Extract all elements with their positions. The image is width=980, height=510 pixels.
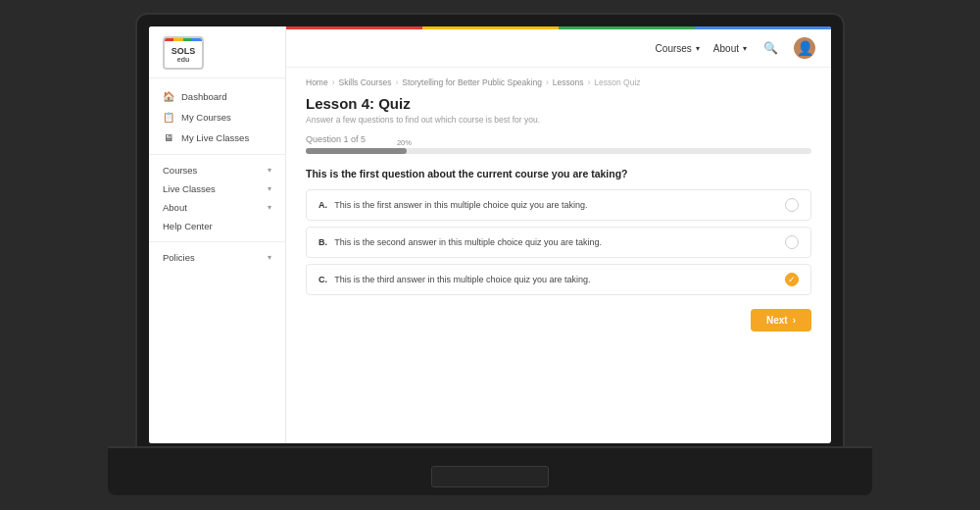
breadcrumb: Home › Skills Courses › Storytelling for… (306, 77, 811, 87)
answer-a-radio[interactable] (785, 198, 799, 212)
breadcrumb-home[interactable]: Home (306, 77, 328, 87)
answer-c-radio[interactable]: ✓ (785, 273, 799, 286)
breadcrumb-sep-4: › (587, 77, 590, 87)
sidebar-my-courses-label: My Courses (181, 112, 231, 123)
sidebar-divider-2 (149, 241, 285, 242)
answer-a-letter: A. (318, 200, 327, 210)
lesson-subtitle: Answer a few questions to find out which… (306, 115, 811, 125)
avatar-image: 👤 (797, 40, 813, 56)
next-button[interactable]: Next › (751, 309, 811, 332)
question-text: This is the first question about the cur… (306, 168, 811, 179)
content-body: Home › Skills Courses › Storytelling for… (286, 68, 831, 443)
breadcrumb-sep-1: › (332, 77, 335, 87)
screen-bezel: SOLS edu 🏠 Dashboard 📋 My Courses 🖥 (137, 15, 843, 451)
progress-bar-fill (306, 148, 407, 154)
logo-top-bar (165, 38, 202, 41)
about-chevron-icon: ▾ (743, 44, 747, 53)
answer-option-a[interactable]: A. This is the first answer in this mult… (306, 189, 811, 221)
sidebar-expandable-courses[interactable]: Courses ▾ (149, 161, 285, 179)
expandable-live-classes-label: Live Classes (163, 183, 216, 194)
answer-option-c[interactable]: C. This is the third answer in this mult… (306, 264, 811, 295)
answer-c-letter: C. (318, 275, 327, 284)
answer-option-b[interactable]: B. This is the second answer in this mul… (306, 227, 811, 258)
screen-content: SOLS edu 🏠 Dashboard 📋 My Courses 🖥 (149, 26, 831, 443)
about-nav-item[interactable]: About ▾ (713, 43, 747, 54)
sidebar-expandable-help[interactable]: Help Center (149, 217, 285, 235)
sidebar-nav: 🏠 Dashboard 📋 My Courses 🖥 My Live Class… (149, 78, 285, 275)
answer-b-text: B. This is the second answer in this mul… (318, 237, 602, 247)
top-nav: Courses ▾ About ▾ 🔍 👤 (286, 29, 831, 68)
live-classes-icon: 🖥 (163, 132, 174, 143)
chevron-down-icon: ▾ (268, 166, 271, 175)
about-nav-label: About (713, 43, 739, 54)
expandable-policies-label: Policies (163, 252, 195, 263)
breadcrumb-sep-2: › (395, 77, 398, 87)
breadcrumb-course[interactable]: Storytelling for Better Public Speaking (402, 77, 542, 87)
avatar[interactable]: 👤 (794, 37, 815, 59)
logo-text-sols: SOLS (172, 47, 196, 56)
main-area: Courses ▾ About ▾ 🔍 👤 (286, 26, 831, 443)
sidebar-live-classes-label: My Live Classes (181, 132, 249, 143)
breadcrumb-lessons[interactable]: Lessons (553, 77, 584, 87)
sidebar-expandable-policies[interactable]: Policies ▾ (149, 248, 285, 267)
breadcrumb-quiz: Lesson Quiz (594, 77, 640, 87)
chevron-down-icon: ▾ (268, 184, 271, 193)
answer-a-text: A. This is the first answer in this mult… (318, 200, 587, 210)
progress-bar-container: 20% (306, 148, 811, 154)
sidebar: SOLS edu 🏠 Dashboard 📋 My Courses 🖥 (149, 26, 286, 443)
search-icon: 🔍 (763, 41, 778, 55)
expandable-courses-label: Courses (163, 165, 197, 176)
sidebar-expandable-live-classes[interactable]: Live Classes ▾ (149, 179, 285, 198)
sidebar-dashboard-label: Dashboard (181, 91, 226, 102)
courses-nav-label: Courses (656, 43, 692, 54)
logo-box: SOLS edu (163, 36, 204, 70)
sidebar-expandable-about[interactable]: About ▾ (149, 198, 285, 217)
progress-label: 20% (397, 138, 412, 147)
sidebar-item-dashboard[interactable]: 🏠 Dashboard (149, 86, 285, 107)
courses-chevron-icon: ▾ (696, 44, 700, 53)
laptop-wrapper: SOLS edu 🏠 Dashboard 📋 My Courses 🖥 (88, 15, 892, 495)
home-icon: 🏠 (163, 91, 174, 102)
answer-b-radio[interactable] (785, 235, 799, 249)
question-progress-label: Question 1 of 5 (306, 134, 811, 144)
answer-b-letter: B. (318, 237, 327, 247)
breadcrumb-skills[interactable]: Skills Courses (339, 77, 392, 87)
chevron-down-icon: ▾ (268, 253, 271, 262)
chevron-down-icon: ▾ (268, 203, 271, 212)
next-btn-row: Next › (306, 309, 811, 332)
expandable-help-label: Help Center (163, 221, 213, 231)
sidebar-item-live-classes[interactable]: 🖥 My Live Classes (149, 128, 285, 148)
logo-text-edu: edu (177, 56, 189, 63)
lesson-title: Lesson 4: Quiz (306, 95, 811, 112)
keyboard-base (108, 446, 872, 495)
sidebar-divider-1 (149, 154, 285, 155)
courses-nav-item[interactable]: Courses ▾ (656, 43, 700, 54)
expandable-about-label: About (163, 202, 187, 213)
next-button-label: Next (766, 315, 788, 326)
next-arrow-icon: › (793, 315, 796, 326)
search-button[interactable]: 🔍 (760, 38, 780, 58)
sidebar-logo: SOLS edu (149, 26, 285, 78)
breadcrumb-sep-3: › (546, 77, 549, 87)
courses-icon: 📋 (163, 112, 174, 123)
keyboard-trackpad[interactable] (431, 466, 549, 487)
sidebar-item-my-courses[interactable]: 📋 My Courses (149, 107, 285, 128)
answer-c-text: C. This is the third answer in this mult… (318, 275, 590, 284)
